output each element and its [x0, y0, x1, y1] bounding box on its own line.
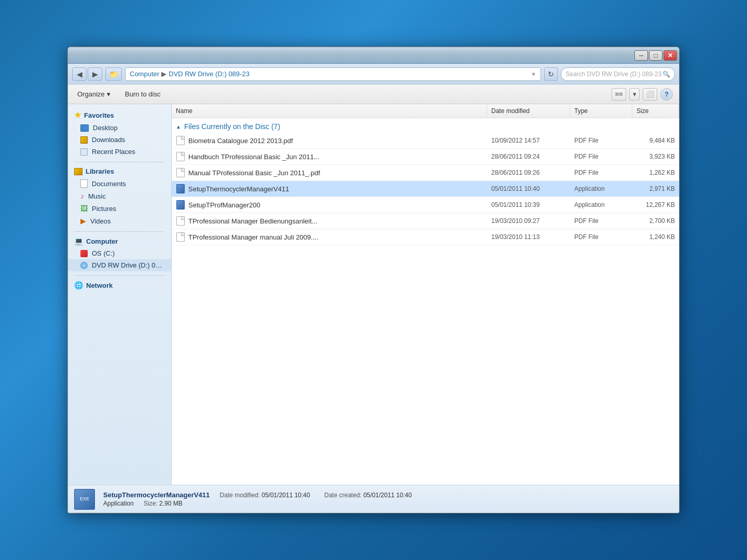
table-row[interactable]: TProfessional Manager manual Juli 2009..… — [172, 229, 679, 245]
sidebar-item-music-label: Music — [88, 192, 106, 200]
sidebar-item-osc[interactable]: OS (C:) — [68, 247, 171, 259]
file-date: 05/01/2011 10:40 — [487, 184, 570, 194]
file-type: PDF File — [570, 232, 632, 242]
forward-button[interactable]: ▶ — [88, 67, 102, 81]
status-date-modified-label: Date modified: — [220, 492, 260, 499]
sidebar-item-downloads[interactable]: Downloads — [68, 134, 171, 146]
view-dropdown[interactable]: ▾ — [629, 88, 640, 101]
sidebar-item-music[interactable]: ♪ Music — [68, 190, 171, 202]
address-bar: ◀ ▶ 📁 Computer ▶ DVD RW Drive (D:) 089-2… — [68, 64, 679, 85]
file-date: 28/06/2011 09:26 — [487, 167, 570, 178]
status-info: SetupThermocyclerManagerV411 Date modifi… — [103, 491, 412, 507]
close-button[interactable]: ✕ — [663, 50, 677, 61]
window-controls: ─ □ ✕ — [634, 50, 677, 61]
music-icon: ♪ — [80, 192, 84, 200]
organize-button[interactable]: Organize ▾ — [74, 89, 114, 99]
sidebar-item-desktop-label: Desktop — [93, 124, 118, 132]
file-size: 2,700 KB — [632, 216, 679, 226]
sidebar-item-documents-label: Documents — [92, 180, 126, 188]
libraries-section: Libraries Documents ♪ Music 🖼 Pictures ▶… — [68, 165, 171, 227]
col-type[interactable]: Type — [570, 104, 632, 118]
group-triangle-icon: ▲ — [176, 124, 181, 130]
file-size: 2,971 KB — [632, 184, 679, 194]
documents-icon — [80, 179, 88, 188]
breadcrumb-computer[interactable]: Computer — [130, 70, 159, 78]
col-size[interactable]: Size — [632, 104, 679, 118]
file-name: Biometra Catalogue 2012 2013.pdf — [188, 137, 293, 145]
pdf-icon — [176, 232, 185, 242]
column-headers: Name Date modified Type Size — [172, 104, 679, 118]
file-type: PDF File — [570, 135, 632, 146]
burn-button[interactable]: Burn to disc — [122, 89, 164, 99]
nav-buttons: ◀ ▶ — [72, 67, 102, 81]
file-group-header[interactable]: ▲ Files Currently on the Disc (7) — [172, 118, 679, 133]
table-row[interactable]: Manual TProfessional Basic _Jun 2011_.pd… — [172, 165, 679, 181]
refresh-button[interactable]: ↻ — [544, 67, 558, 81]
explorer-window: ─ □ ✕ ◀ ▶ 📁 Computer ▶ DVD RW Drive (D:)… — [67, 47, 680, 513]
network-icon: 🌐 — [74, 281, 83, 289]
desktop-icon — [80, 124, 89, 132]
app-icon — [176, 184, 185, 193]
sidebar-item-recent-label: Recent Places — [92, 148, 135, 156]
search-icon: 🔍 — [662, 71, 670, 78]
table-row[interactable]: Handbuch TProfessional Basic _Jun 2011..… — [172, 149, 679, 165]
preview-pane-button[interactable]: ⬜ — [643, 88, 657, 101]
status-file-icon: EXE — [74, 489, 95, 510]
sidebar-item-dvd-label: DVD RW Drive (D:) 0… — [92, 261, 162, 269]
toolbar: Organize ▾ Burn to disc ≡≡ ▾ ⬜ ? — [68, 85, 679, 104]
file-type: Application — [570, 200, 632, 210]
organize-label: Organize — [77, 90, 105, 98]
sidebar-item-pictures[interactable]: 🖼 Pictures — [68, 202, 171, 215]
sidebar-item-videos[interactable]: ▶ Videos — [68, 215, 171, 227]
status-date-created-value: 05/01/2011 10:40 — [363, 492, 411, 499]
libraries-icon — [74, 168, 82, 175]
status-file-type: Application — [103, 500, 134, 507]
col-date[interactable]: Date modified — [487, 104, 570, 118]
osc-icon — [80, 250, 88, 257]
sidebar-divider-3 — [74, 275, 165, 276]
dvd-icon — [80, 262, 88, 269]
sidebar-item-osc-label: OS (C:) — [92, 249, 115, 257]
table-row[interactable]: SetupThermocyclerManagerV411 05/01/2011 … — [172, 181, 679, 197]
status-date-modified-value: 05/01/2011 10:40 — [261, 492, 310, 499]
col-name[interactable]: Name — [172, 104, 487, 118]
table-row[interactable]: Biometra Catalogue 2012 2013.pdf 10/09/2… — [172, 133, 679, 149]
favorites-label: Favorites — [84, 111, 114, 119]
breadcrumb[interactable]: Computer ▶ DVD RW Drive (D:) 089-23 ▼ — [125, 67, 541, 81]
videos-icon: ▶ — [80, 217, 86, 225]
view-button-1[interactable]: ≡≡ — [612, 88, 626, 101]
pictures-icon: 🖼 — [80, 204, 88, 213]
computer-section: 💻 Computer OS (C:) DVD RW Drive (D:) 0… — [68, 235, 171, 271]
help-button[interactable]: ? — [660, 88, 673, 101]
sidebar-item-dvd[interactable]: DVD RW Drive (D:) 0… — [68, 259, 171, 271]
back-button[interactable]: ◀ — [72, 67, 87, 81]
sidebar-item-pictures-label: Pictures — [92, 205, 116, 213]
breadcrumb-drive[interactable]: DVD RW Drive (D:) 089-23 — [169, 70, 250, 78]
sidebar-item-documents[interactable]: Documents — [68, 177, 171, 190]
folder-button[interactable]: 📁 — [105, 67, 122, 81]
main-content: ★ Favorites Desktop Downloads Recent Pla… — [68, 104, 679, 485]
sidebar: ★ Favorites Desktop Downloads Recent Pla… — [68, 104, 172, 485]
search-bar[interactable]: Search DVD RW Drive (D:) 089-23 🔍 — [561, 67, 675, 81]
status-bar: EXE SetupThermocyclerManagerV411 Date mo… — [68, 485, 679, 513]
libraries-header[interactable]: Libraries — [68, 165, 171, 177]
sidebar-divider-1 — [74, 162, 165, 162]
maximize-button[interactable]: □ — [649, 50, 662, 61]
status-date-created-label: Date created: — [324, 492, 362, 499]
libraries-label: Libraries — [86, 167, 114, 175]
network-section: 🌐 Network — [68, 279, 171, 291]
computer-header[interactable]: 💻 Computer — [68, 235, 171, 247]
pdf-icon — [176, 216, 185, 226]
favorites-header[interactable]: ★ Favorites — [68, 108, 171, 122]
file-icon-container — [176, 200, 185, 210]
file-name-cell: Handbuch TProfessional Basic _Jun 2011..… — [172, 150, 487, 163]
file-area: Name Date modified Type Size ▲ Files Cur… — [172, 104, 679, 485]
table-row[interactable]: SetupTProfManager200 05/01/2011 10:39 Ap… — [172, 197, 679, 213]
breadcrumb-arrow: ▼ — [531, 71, 536, 77]
sidebar-item-recent-places[interactable]: Recent Places — [68, 146, 171, 158]
table-row[interactable]: TProfessional Manager Bedienungsanleit..… — [172, 213, 679, 229]
pdf-icon — [176, 136, 185, 145]
network-header[interactable]: 🌐 Network — [68, 279, 171, 291]
sidebar-item-desktop[interactable]: Desktop — [68, 122, 171, 134]
minimize-button[interactable]: ─ — [634, 50, 648, 61]
